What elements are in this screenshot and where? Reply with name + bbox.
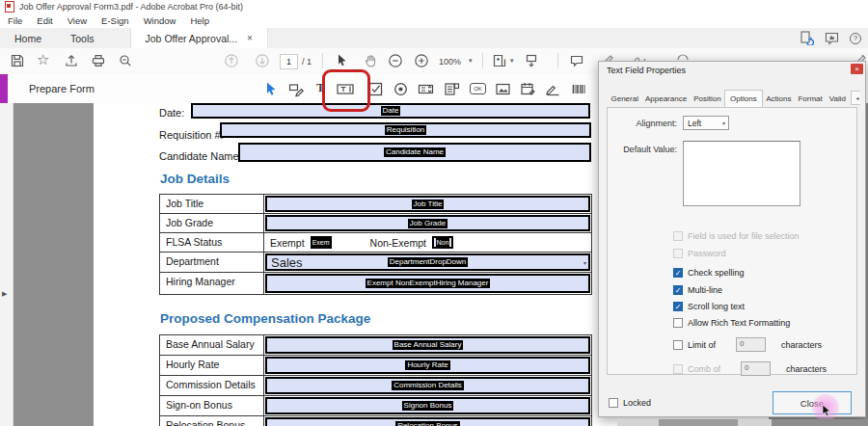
page-number-input[interactable]: 1 bbox=[280, 54, 298, 69]
candidate-name-field[interactable]: Candidate Name bbox=[238, 143, 591, 162]
rich-text-checkbox[interactable]: Allow Rich Text Formatting bbox=[673, 318, 790, 328]
comment-icon[interactable] bbox=[569, 53, 584, 68]
menu-esign[interactable]: E-Sign bbox=[101, 15, 129, 26]
job-title-field[interactable]: Job Title bbox=[265, 196, 590, 212]
fit-page-dropdown-icon[interactable]: ▾ bbox=[510, 57, 514, 65]
tab-general[interactable]: General bbox=[608, 92, 641, 107]
print-icon[interactable] bbox=[91, 53, 106, 68]
sync-document-icon[interactable] bbox=[800, 31, 814, 45]
candidate-name-label: Candidate Name: bbox=[159, 150, 242, 162]
date-field[interactable]: Date bbox=[191, 103, 590, 119]
help-icon[interactable]: ? bbox=[850, 33, 861, 44]
multi-line-checkbox[interactable]: ✓ Multi-line bbox=[673, 285, 722, 295]
nav-expand-icon[interactable]: ▶ bbox=[2, 290, 7, 298]
date-field-icon[interactable] bbox=[520, 81, 536, 97]
document-tab-close-icon[interactable]: × bbox=[247, 33, 253, 43]
ok-button-field-icon[interactable]: OK bbox=[470, 83, 486, 94]
tab-bar: Home Tools Job Offer Approval... × ? bbox=[0, 28, 868, 48]
radio-field-icon[interactable] bbox=[393, 81, 409, 97]
prepare-form-label: Prepare Form bbox=[29, 83, 95, 94]
department-caret-icon[interactable]: ▾ bbox=[583, 259, 586, 266]
tab-appearance[interactable]: Appearance bbox=[641, 92, 690, 107]
menu-window[interactable]: Window bbox=[144, 15, 176, 26]
table-row: Hiring Manager Exempt NonExemptHiring Ma… bbox=[160, 273, 591, 295]
exempt-checkbox-field[interactable]: Exem bbox=[311, 236, 332, 249]
title-bar: Job Offer Approval Form3.pdf - Adobe Acr… bbox=[0, 0, 868, 13]
hand-tool-icon[interactable] bbox=[363, 53, 378, 68]
document-tab-label: Job Offer Approval... bbox=[146, 33, 238, 44]
navigation-pane-strip: ▶ bbox=[0, 103, 14, 426]
page-count-label: / 1 bbox=[302, 57, 312, 67]
save-icon[interactable] bbox=[10, 53, 25, 68]
barcode-field-icon[interactable] bbox=[571, 81, 587, 97]
table-row: Sign-on Bonus Signon Bonus bbox=[160, 396, 591, 416]
next-page-icon bbox=[255, 53, 270, 68]
requisition-field[interactable]: Requisition bbox=[220, 122, 591, 138]
signon-bonus-field[interactable]: Signon Bonus bbox=[265, 397, 590, 414]
checkbox-checked-icon[interactable]: ✓ bbox=[673, 302, 683, 311]
feedback-icon[interactable] bbox=[825, 32, 839, 45]
limit-characters-input[interactable]: 0 bbox=[736, 337, 766, 352]
menu-view[interactable]: View bbox=[68, 15, 87, 26]
checkbox-checked-icon[interactable]: ✓ bbox=[673, 268, 683, 278]
select-tool-icon[interactable] bbox=[334, 53, 349, 68]
checkbox-icon[interactable] bbox=[673, 318, 683, 328]
zoom-level-label[interactable]: 100% bbox=[439, 57, 461, 67]
form-select-cursor-icon[interactable] bbox=[262, 81, 279, 97]
search-icon[interactable] bbox=[118, 53, 133, 68]
scroll-mode-icon[interactable] bbox=[524, 53, 539, 68]
hiring-manager-field[interactable]: Exempt NonExemptHiring Manager bbox=[265, 274, 590, 293]
date-label: Date: bbox=[159, 107, 184, 119]
job-details-heading: Job Details bbox=[160, 172, 230, 186]
zoom-out-icon[interactable] bbox=[388, 53, 403, 68]
image-field-icon[interactable] bbox=[495, 81, 511, 97]
menu-help[interactable]: Help bbox=[190, 15, 209, 26]
dialog-close-icon[interactable]: × bbox=[851, 64, 863, 74]
fit-page-icon[interactable] bbox=[492, 53, 507, 68]
locked-checkbox[interactable]: Locked bbox=[609, 398, 651, 408]
share-upload-icon[interactable] bbox=[64, 53, 79, 68]
scroll-long-text-checkbox[interactable]: ✓ Scroll long text bbox=[673, 302, 745, 311]
checkbox-icon[interactable] bbox=[673, 340, 683, 350]
relocation-bonus-field[interactable]: Relocation Bonus bbox=[265, 417, 590, 426]
taskbar-segment bbox=[659, 419, 738, 426]
nonexempt-checkbox-field[interactable]: Non bbox=[432, 236, 453, 249]
checkbox-icon bbox=[673, 249, 683, 258]
check-spelling-checkbox[interactable]: ✓ Check spelling bbox=[673, 268, 745, 278]
commission-details-field[interactable]: Commission Details bbox=[265, 377, 590, 394]
star-icon[interactable]: ☆ bbox=[37, 51, 52, 67]
taskbar-sliver bbox=[617, 419, 868, 426]
menu-edit[interactable]: Edit bbox=[37, 15, 52, 26]
job-grade-field[interactable]: Job Grade bbox=[265, 215, 590, 231]
date-field-tag: Date bbox=[381, 106, 401, 116]
tab-options[interactable]: Options bbox=[724, 90, 763, 107]
tab-tools[interactable]: Tools bbox=[56, 28, 109, 48]
combo-field-icon[interactable] bbox=[418, 81, 434, 97]
checkbox-checked-icon[interactable]: ✓ bbox=[673, 285, 683, 295]
department-dropdown-field[interactable]: Sales DepartmentDropDown ▾ bbox=[265, 253, 590, 271]
taskbar-segment bbox=[772, 419, 868, 426]
alignment-select[interactable]: Left ▾ bbox=[683, 116, 729, 130]
hourly-rate-field[interactable]: Hourly Rate bbox=[265, 357, 590, 374]
signature-field-icon[interactable] bbox=[545, 81, 561, 97]
pdf-file-icon bbox=[5, 1, 14, 13]
tab-document[interactable]: Job Offer Approval... × bbox=[130, 28, 268, 48]
tab-validate[interactable]: Valid bbox=[826, 92, 849, 107]
zoom-dropdown-icon[interactable]: ▾ bbox=[469, 57, 473, 65]
limit-of-row[interactable]: Limit of 0 characters bbox=[673, 337, 822, 352]
tab-position[interactable]: Position bbox=[691, 92, 724, 107]
edit-field-icon[interactable] bbox=[288, 81, 305, 97]
tab-format[interactable]: Format bbox=[795, 92, 826, 107]
exempt-label: Exempt bbox=[270, 237, 305, 249]
nonexempt-label: Non-Exempt bbox=[370, 237, 426, 249]
list-field-icon[interactable] bbox=[444, 81, 460, 97]
tab-actions[interactable]: Actions bbox=[763, 92, 795, 107]
dialog-tabs: General Appearance Position Options Acti… bbox=[608, 88, 860, 107]
tab-home[interactable]: Home bbox=[0, 28, 56, 48]
menu-file[interactable]: File bbox=[8, 15, 22, 26]
base-annual-salary-field[interactable]: Base Annual Salary bbox=[265, 336, 590, 354]
default-value-textarea[interactable] bbox=[683, 141, 800, 206]
zoom-in-icon[interactable] bbox=[414, 53, 429, 68]
checkbox-icon[interactable] bbox=[609, 398, 618, 408]
tab-scroll-left-icon[interactable]: ◂ bbox=[851, 91, 860, 105]
